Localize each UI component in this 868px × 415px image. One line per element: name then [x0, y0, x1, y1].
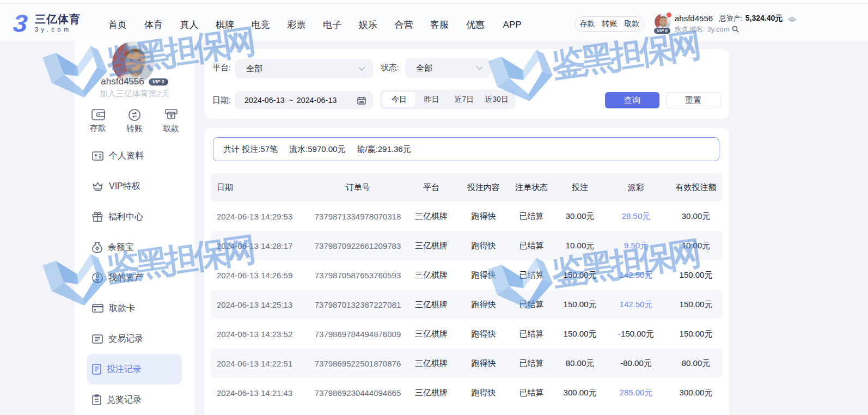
cell-order: 7379869230444094665 — [314, 388, 401, 398]
header-order: 订单号 — [314, 182, 401, 193]
cell-platform: 三亿棋牌 — [401, 358, 461, 369]
date-range-input[interactable]: 2024-06-13 ~ 2024-06-13 — [235, 91, 373, 109]
cell-platform: 三亿棋牌 — [401, 388, 461, 398]
cell-valid: 150.00元 — [669, 270, 723, 280]
cell-platform: 三亿棋牌 — [401, 211, 461, 222]
icon-graphic — [476, 66, 483, 70]
header-bet: 投注 — [557, 182, 603, 193]
sidebar-item-card[interactable]: 取款卡 — [87, 293, 182, 324]
cell-status: 已结算 — [506, 211, 557, 222]
brand-title: 三亿体育 — [35, 13, 81, 25]
cell-payout: 28.50元 — [603, 211, 669, 222]
nav-item-promo[interactable]: 优惠 — [466, 19, 485, 31]
cell-date: 2024-06-13 14:22:51 — [211, 359, 314, 368]
quick-30days[interactable]: 近30日 — [480, 92, 513, 107]
sidebar-item-transactions[interactable]: 交易记录 — [87, 324, 182, 354]
nav-item-entertainment[interactable]: 娱乐 — [359, 19, 377, 31]
clipboard-icon — [92, 394, 101, 405]
sidebar-item-bets[interactable]: 投注记录 — [87, 354, 182, 385]
nav-item-live[interactable]: 真人 — [180, 19, 198, 31]
withdraw-action[interactable]: 取款 — [163, 109, 179, 134]
bet-record-icon — [92, 364, 101, 375]
transfer-link[interactable]: 转账 — [602, 19, 618, 29]
deposit-action[interactable]: 存款 — [90, 109, 106, 134]
nav-item-slots[interactable]: 电子 — [323, 19, 341, 31]
icon-graphic — [91, 109, 105, 120]
sidebar-item-assets[interactable]: 我的资产 — [87, 263, 182, 293]
icon-graphic — [92, 151, 103, 161]
menu-label-yuebao: 余额宝 — [108, 242, 134, 253]
cell-valid: 300.00元 — [669, 388, 723, 398]
cell-valid: 150.00元 — [669, 300, 723, 310]
vip-badge: VIP 0 — [149, 78, 168, 86]
menu-label-prizes: 兑奖记录 — [107, 394, 142, 406]
table-row: 2024-06-13 14:28:17 7379870922661209783 … — [211, 231, 723, 260]
platform-select[interactable]: 全部 — [235, 59, 373, 78]
query-button[interactable]: 查询 — [605, 92, 659, 108]
sidebar-username: ahsfd4556 — [101, 76, 144, 87]
sidebar: ahsfd4556 VIP 0 加入三亿体育第2天 存款 转账 取款 个人资料 — [75, 41, 194, 415]
header-valid: 有效投注额 — [669, 182, 723, 193]
transfer-action[interactable]: 转账 — [126, 109, 143, 134]
deposit-link[interactable]: 存款 — [580, 19, 595, 29]
nav-item-app[interactable]: APP — [502, 20, 523, 30]
sidebar-item-vip[interactable]: VIP特权 — [87, 171, 182, 202]
user-info: ahsfd4556 总资产: 5,324.40元 永久域名: 3y.com — [675, 14, 796, 33]
cell-valid: 80.00元 — [669, 358, 723, 369]
icon-graphic — [92, 242, 102, 253]
transaction-list-icon — [92, 334, 103, 344]
nav-item-board[interactable]: 棋牌 — [216, 19, 234, 31]
cell-bet: 150.00元 — [557, 329, 603, 339]
sidebar-item-yuebao[interactable]: 余额宝 — [87, 232, 182, 263]
cell-valid: 30.00元 — [669, 211, 723, 222]
bet-records-card: 共计 投注:57笔 流水:5970.00元 输/赢:291.36元 日期 订单号… — [204, 128, 729, 415]
quick-yesterday[interactable]: 昨日 — [415, 92, 448, 107]
header-date: 日期 — [211, 182, 314, 193]
quick-7days[interactable]: 近7日 — [448, 92, 481, 107]
gift-icon — [92, 211, 103, 222]
sidebar-item-profile[interactable]: 个人资料 — [87, 141, 182, 171]
user-avatar[interactable]: VIP 0 — [655, 14, 671, 33]
user-info-line2: 永久域名: 3y.com — [675, 25, 796, 33]
header-content: 投注内容 — [461, 182, 506, 193]
top-strip — [0, 0, 868, 3]
brand-logo[interactable]: 3 三亿体育 3y.com — [11, 11, 81, 35]
cell-order: 7379870132387227081 — [314, 300, 401, 309]
cell-date: 2024-06-13 14:21:43 — [211, 388, 314, 398]
cell-content: 跑得快 — [461, 270, 506, 280]
cell-order: 7379870922661209783 — [314, 241, 401, 251]
summary-winloss: 输/赢:291.36元 — [357, 144, 411, 155]
magnifier-icon[interactable] — [732, 26, 739, 33]
sidebar-item-welfare[interactable]: 福利中心 — [87, 202, 182, 232]
sidebar-item-prizes[interactable]: 兑奖记录 — [87, 385, 182, 415]
header-platform: 平台 — [401, 182, 461, 193]
nav-item-service[interactable]: 客服 — [430, 19, 449, 31]
nav-item-home[interactable]: 首页 — [108, 19, 127, 31]
quick-today[interactable]: 今日 — [383, 92, 415, 107]
cell-platform: 三亿棋牌 — [401, 300, 461, 310]
chevron-down-icon — [476, 66, 483, 70]
cell-bet: 30.00元 — [557, 211, 603, 222]
header-status: 注单状态 — [506, 182, 557, 193]
icon-graphic — [92, 334, 103, 344]
eye-icon[interactable] — [788, 16, 796, 22]
cell-content: 跑得快 — [461, 211, 506, 222]
status-select[interactable]: 全部 — [405, 58, 491, 78]
atm-icon — [165, 109, 178, 121]
nav-item-sports[interactable]: 体育 — [144, 19, 163, 31]
table-row: 2024-06-13 14:29:53 7379871334978070318 … — [211, 202, 723, 231]
nav-item-partner[interactable]: 合营 — [395, 19, 413, 31]
reset-button[interactable]: 重置 — [666, 92, 720, 108]
vip-badge-small: VIP 0 — [654, 28, 670, 34]
date-label: 日期: — [212, 95, 231, 106]
table-row: 2024-06-13 14:22:51 7379869522501870876 … — [211, 349, 723, 378]
nav-item-esports[interactable]: 电竞 — [252, 19, 270, 31]
svg-text:3: 3 — [12, 11, 28, 35]
sidebar-menu: 个人资料 VIP特权 福利中心 余额宝 我的资产 取款卡 交易记录 投注记录 — [75, 141, 194, 415]
cell-payout: 142.50元 — [603, 300, 669, 310]
deposit-label: 存款 — [90, 123, 106, 133]
header-payout: 派彩 — [603, 182, 669, 193]
icon-graphic — [732, 26, 739, 33]
withdraw-link[interactable]: 取款 — [625, 19, 640, 29]
nav-item-lottery[interactable]: 彩票 — [287, 19, 305, 31]
